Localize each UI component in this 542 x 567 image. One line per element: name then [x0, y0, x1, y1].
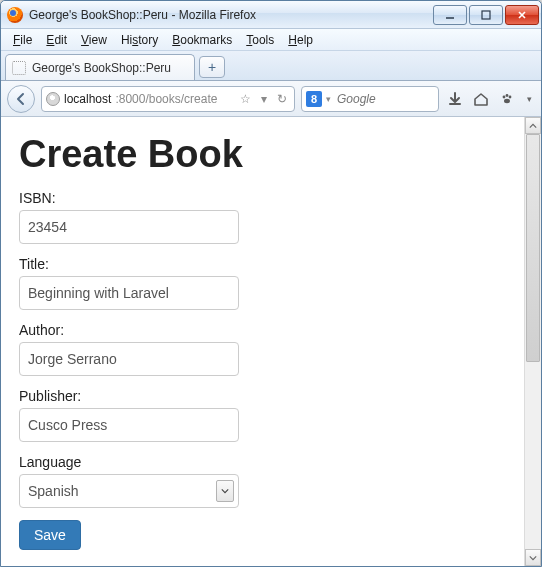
menu-history[interactable]: History: [115, 32, 164, 48]
publisher-input[interactable]: [19, 408, 239, 442]
minimize-icon: [444, 9, 456, 21]
tabstrip: George's BookShop::Peru +: [1, 51, 541, 81]
scroll-up-button[interactable]: [525, 117, 541, 134]
window-controls: [433, 5, 539, 25]
svg-point-7: [504, 98, 510, 102]
isbn-label: ISBN:: [19, 190, 506, 206]
scroll-track[interactable]: [525, 134, 541, 549]
tab-label: George's BookShop::Peru: [32, 61, 171, 75]
paw-icon: [499, 91, 515, 107]
window-title: George's BookShop::Peru - Mozilla Firefo…: [29, 8, 433, 22]
minimize-button[interactable]: [433, 5, 467, 25]
menubar: File Edit View History Bookmarks Tools H…: [1, 29, 541, 51]
close-icon: [516, 9, 528, 21]
dropdown-icon[interactable]: ▾: [258, 92, 270, 106]
chevron-down-icon: [221, 487, 229, 495]
author-label: Author:: [19, 322, 506, 338]
maximize-icon: [480, 9, 492, 21]
firefox-icon: [7, 7, 23, 23]
language-value: Spanish: [28, 483, 79, 499]
menu-file[interactable]: File: [7, 32, 38, 48]
svg-point-5: [506, 94, 509, 97]
toolbar-extra-button[interactable]: [497, 89, 517, 109]
scroll-thumb[interactable]: [526, 134, 540, 362]
home-icon: [473, 91, 489, 107]
close-button[interactable]: [505, 5, 539, 25]
new-tab-button[interactable]: +: [199, 56, 225, 78]
menu-edit[interactable]: Edit: [40, 32, 73, 48]
home-button[interactable]: [471, 89, 491, 109]
save-button[interactable]: Save: [19, 520, 81, 550]
menu-view[interactable]: View: [75, 32, 113, 48]
url-rest: :8000/books/create: [115, 92, 217, 106]
plus-icon: +: [208, 59, 216, 75]
search-engine-icon: 8: [306, 91, 322, 107]
maximize-button[interactable]: [469, 5, 503, 25]
back-button[interactable]: [7, 85, 35, 113]
download-arrow-icon: [447, 91, 463, 107]
svg-point-4: [503, 95, 506, 98]
scroll-down-button[interactable]: [525, 549, 541, 566]
url-box[interactable]: localhost:8000/books/create ☆ ▾ ↻: [41, 86, 295, 112]
navbar: localhost:8000/books/create ☆ ▾ ↻ 8 ▾ ▾: [1, 81, 541, 117]
firefox-window: George's BookShop::Peru - Mozilla Firefo…: [0, 0, 542, 567]
titlebar: George's BookShop::Peru - Mozilla Firefo…: [1, 1, 541, 29]
language-label: Language: [19, 454, 506, 470]
tab-active[interactable]: George's BookShop::Peru: [5, 54, 195, 80]
content-area: Create Book ISBN: Title: Author: Publish…: [1, 117, 541, 566]
page-content: Create Book ISBN: Title: Author: Publish…: [1, 117, 524, 566]
menu-tools[interactable]: Tools: [240, 32, 280, 48]
isbn-input[interactable]: [19, 210, 239, 244]
language-select[interactable]: Spanish: [19, 474, 239, 508]
title-input[interactable]: [19, 276, 239, 310]
chevron-down-icon: [529, 554, 537, 562]
title-label: Title:: [19, 256, 506, 272]
bookmark-star-icon[interactable]: ☆: [237, 92, 254, 106]
svg-point-6: [509, 95, 512, 98]
publisher-label: Publisher:: [19, 388, 506, 404]
vertical-scrollbar[interactable]: [524, 117, 541, 566]
reload-icon[interactable]: ↻: [274, 92, 290, 106]
menu-help[interactable]: Help: [282, 32, 319, 48]
menu-bookmarks[interactable]: Bookmarks: [166, 32, 238, 48]
downloads-button[interactable]: [445, 89, 465, 109]
toolbar-overflow[interactable]: ▾: [523, 89, 535, 109]
author-input[interactable]: [19, 342, 239, 376]
svg-rect-1: [482, 11, 490, 19]
chevron-down-icon[interactable]: ▾: [326, 94, 331, 104]
search-box[interactable]: 8 ▾: [301, 86, 439, 112]
page-heading: Create Book: [19, 133, 506, 176]
chevron-up-icon: [529, 122, 537, 130]
select-dropdown-button[interactable]: [216, 480, 234, 502]
chevron-down-icon: ▾: [527, 94, 532, 104]
globe-icon: [46, 92, 60, 106]
url-host: localhost: [64, 92, 111, 106]
back-arrow-icon: [13, 91, 29, 107]
search-input[interactable]: [335, 91, 434, 107]
page-icon: [12, 61, 26, 75]
